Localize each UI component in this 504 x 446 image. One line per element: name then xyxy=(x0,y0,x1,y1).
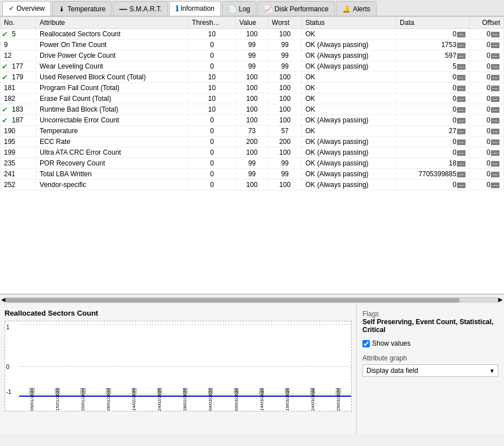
data-minus-btn[interactable]: — xyxy=(457,75,465,80)
data-minus-btn[interactable]: — xyxy=(457,32,465,37)
table-row[interactable]: ✔5Reallocated Sectors Count10100100OK0—0… xyxy=(1,29,504,40)
data-minus-btn[interactable]: — xyxy=(457,96,465,102)
smart-table: No. Attribute Thresh… Value Worst Status… xyxy=(0,16,504,294)
offset-minus-btn[interactable]: — xyxy=(491,118,499,124)
table-row[interactable]: 9Power On Time Count09999OK (Always pass… xyxy=(1,40,504,50)
cell-thresh: 0 xyxy=(188,61,236,72)
table-row[interactable]: 182Erase Fail Count (Total)10100100OK0—0… xyxy=(1,94,504,104)
offset-minus-btn[interactable]: — xyxy=(491,86,499,91)
cell-worst: 100 xyxy=(268,180,302,190)
table-row[interactable]: ✔177Wear Leveling Count09999OK (Always p… xyxy=(1,61,504,72)
cell-value: 100 xyxy=(236,72,268,83)
offset-minus-btn[interactable]: — xyxy=(491,32,499,37)
scroll-thumb[interactable] xyxy=(6,298,459,303)
cell-offset: 0— xyxy=(469,72,503,83)
cell-no: 182 xyxy=(1,94,36,104)
tab-information[interactable]: ℹ Information xyxy=(169,1,221,16)
offset-minus-btn[interactable]: — xyxy=(491,107,499,113)
cell-value: 99 xyxy=(236,61,268,72)
cell-attr: Reallocated Sectors Count xyxy=(36,29,189,40)
cell-status: OK xyxy=(302,104,396,115)
data-minus-btn[interactable]: — xyxy=(457,43,465,48)
cell-no: 181 xyxy=(1,83,36,94)
data-minus-btn[interactable]: — xyxy=(457,86,465,91)
scroll-track[interactable] xyxy=(6,298,498,302)
offset-minus-btn[interactable]: — xyxy=(491,150,499,156)
tab-log[interactable]: 📄 Log xyxy=(222,1,257,16)
x-label: 19/03/2024 xyxy=(285,394,290,411)
tab-diskperf-label: Disk Performance xyxy=(275,5,328,13)
log-icon: 📄 xyxy=(228,5,237,13)
data-minus-btn[interactable]: — xyxy=(457,172,465,177)
cell-value: 100 xyxy=(236,29,268,40)
offset-minus-btn[interactable]: — xyxy=(491,53,499,59)
data-minus-btn[interactable]: — xyxy=(457,182,465,188)
table-row[interactable]: 241Total LBA Written09999OK (Always pass… xyxy=(1,169,504,180)
col-status: Status xyxy=(302,17,396,29)
cell-attr: Ultra ATA CRC Error Count xyxy=(36,147,189,158)
offset-minus-btn[interactable]: — xyxy=(491,139,499,145)
cell-worst: 200 xyxy=(268,137,302,147)
cell-worst: 99 xyxy=(268,158,302,169)
cell-data: 5— xyxy=(396,61,470,72)
table-row[interactable]: 235POR Recovery Count09999OK (Always pas… xyxy=(1,158,504,169)
offset-minus-btn[interactable]: — xyxy=(491,75,499,80)
tab-temperature[interactable]: 🌡 Temperature xyxy=(52,1,112,16)
offset-minus-btn[interactable]: — xyxy=(491,43,499,48)
check-icon: ✔ xyxy=(2,116,8,125)
table-row[interactable]: 252Vendor-specific0100100OK (Always pass… xyxy=(1,180,504,190)
table-row[interactable]: 12Drive Power Cycle Count09999OK (Always… xyxy=(1,50,504,61)
table-row[interactable]: 195ECC Rate0200200OK (Always passing)0—0… xyxy=(1,137,504,147)
show-values-checkbox[interactable] xyxy=(362,340,370,347)
tab-diskperf[interactable]: 📈 Disk Performance xyxy=(258,1,335,16)
horizontal-scrollbar[interactable]: ◀ ▶ xyxy=(0,294,504,304)
table-row[interactable]: ✔183Runtime Bad Block (Total)10100100OK0… xyxy=(1,104,504,115)
data-minus-btn[interactable]: — xyxy=(457,161,465,167)
data-minus-btn[interactable]: — xyxy=(457,64,465,70)
cell-attr: Vendor-specific xyxy=(36,180,189,190)
cell-data: 0— xyxy=(396,94,470,104)
table-row[interactable]: 190Temperature07357OK27—0— xyxy=(1,126,504,137)
tab-alerts[interactable]: 🔔 Alerts xyxy=(336,1,377,16)
scroll-right-arrow[interactable]: ▶ xyxy=(498,296,503,303)
tab-smart[interactable]: — S.M.A.R.T. xyxy=(113,1,168,16)
cell-no: ✔179 xyxy=(1,72,36,83)
cell-status: OK xyxy=(302,94,396,104)
cell-attr: POR Recovery Count xyxy=(36,158,189,169)
offset-minus-btn[interactable]: — xyxy=(491,96,499,102)
tab-overview[interactable]: ✔ Overview xyxy=(2,1,51,16)
scroll-left-arrow[interactable]: ◀ xyxy=(1,296,6,303)
cell-status: OK (Always passing) xyxy=(302,40,396,50)
offset-minus-btn[interactable]: — xyxy=(491,182,499,188)
offset-minus-btn[interactable]: — xyxy=(491,129,499,134)
tab-smart-label: S.M.A.R.T. xyxy=(129,5,161,13)
attr-graph-select[interactable]: Display data fieldDisplay value fieldDis… xyxy=(362,364,498,377)
flags-label: Flags xyxy=(362,310,498,318)
table-row[interactable]: 181Program Fail Count (Total)10100100OK0… xyxy=(1,83,504,94)
cell-status: OK (Always passing) xyxy=(302,158,396,169)
cell-thresh: 0 xyxy=(188,40,236,50)
data-minus-btn[interactable]: — xyxy=(457,53,465,59)
cell-thresh: 0 xyxy=(188,169,236,180)
table-row[interactable]: 199Ultra ATA CRC Error Count0100100OK (A… xyxy=(1,147,504,158)
data-minus-btn[interactable]: — xyxy=(457,107,465,113)
cell-worst: 99 xyxy=(268,61,302,72)
cell-thresh: 10 xyxy=(188,83,236,94)
cell-offset: 0— xyxy=(469,104,503,115)
cell-value: 100 xyxy=(236,83,268,94)
cell-offset: 0— xyxy=(469,126,503,137)
chart-x-labels: 09/01/202415/01/202420/01/202426/01/2024… xyxy=(19,394,351,411)
table-row[interactable]: ✔187Uncorrectable Error Count0100100OK (… xyxy=(1,115,504,126)
offset-minus-btn[interactable]: — xyxy=(491,64,499,70)
data-minus-btn[interactable]: — xyxy=(457,118,465,124)
x-label: 28/02/2024 xyxy=(182,394,187,411)
data-minus-btn[interactable]: — xyxy=(457,150,465,156)
offset-minus-btn[interactable]: — xyxy=(491,172,499,177)
data-minus-btn[interactable]: — xyxy=(457,129,465,134)
col-value: Value xyxy=(236,17,268,29)
table-row[interactable]: ✔179Used Reserved Block Count (Total)101… xyxy=(1,72,504,83)
offset-minus-btn[interactable]: — xyxy=(491,161,499,167)
data-minus-btn[interactable]: — xyxy=(457,139,465,145)
cell-value: 100 xyxy=(236,104,268,115)
cell-offset: 0— xyxy=(469,169,503,180)
